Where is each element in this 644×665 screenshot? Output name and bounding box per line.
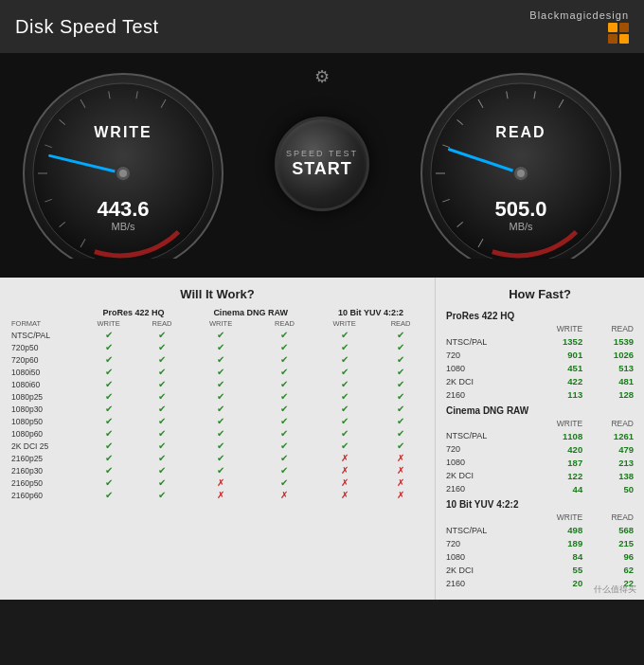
- format-label: FORMAT: [8, 318, 80, 329]
- check-mark: ✔: [105, 428, 113, 439]
- wiw-row-label: 2K DCI 25: [8, 440, 80, 452]
- check-mark: ✔: [397, 391, 404, 402]
- check-mark: ✔: [280, 367, 288, 377]
- wiw-cell: ✗: [314, 476, 374, 489]
- check-mark: ✔: [341, 354, 349, 365]
- wiw-row-label: 2160p25: [8, 452, 80, 464]
- check-mark: ✔: [158, 428, 166, 439]
- check-mark: ✔: [217, 342, 224, 352]
- check-mark: ✔: [158, 354, 166, 365]
- check-mark: ✔: [341, 379, 349, 389]
- check-mark: ✔: [158, 379, 166, 389]
- wiw-row: 2K DCI 25✔✔✔✔✔✔: [8, 440, 427, 452]
- check-mark: ✔: [217, 354, 224, 365]
- wiw-cell: ✔: [80, 341, 137, 353]
- cross-mark: ✗: [341, 453, 349, 463]
- wiw-cell: ✔: [255, 464, 314, 476]
- wiw-cell: ✔: [374, 403, 427, 415]
- hf-read-val: 215: [585, 537, 636, 550]
- will-it-work-title: Will It Work?: [8, 287, 427, 301]
- check-mark: ✔: [217, 391, 224, 402]
- wiw-cell: ✔: [314, 427, 374, 440]
- check-mark: ✔: [217, 428, 224, 439]
- wiw-cell: ✔: [255, 366, 314, 378]
- wiw-cell: ✔: [80, 464, 137, 476]
- check-mark: ✔: [341, 391, 349, 402]
- wiw-cell: ✔: [255, 427, 314, 440]
- hf-group-label: ProRes 422 HQ: [443, 307, 636, 323]
- check-mark: ✔: [105, 330, 113, 340]
- wiw-cell: ✔: [314, 341, 374, 353]
- check-mark: ✔: [158, 465, 166, 476]
- hf-read-val: 1026: [585, 349, 636, 362]
- wiw-cell: ✔: [255, 378, 314, 390]
- wiw-cell: ✔: [374, 353, 427, 366]
- check-mark: ✔: [341, 404, 349, 414]
- check-mark: ✔: [341, 440, 349, 451]
- start-button[interactable]: SPEED TEST START: [275, 117, 369, 211]
- brand-sq-3: [608, 34, 617, 44]
- check-mark: ✔: [105, 416, 113, 426]
- hf-body: ProRes 422 HQWRITEREADNTSC/PAL1352153972…: [443, 307, 636, 590]
- hf-read-val: 1539: [585, 335, 636, 349]
- wiw-cell: ✔: [314, 440, 374, 452]
- hf-col-header: [443, 417, 528, 429]
- check-mark: ✔: [397, 342, 404, 352]
- brand-name: Blackmagicdesign: [529, 9, 629, 21]
- hf-res-label: 720: [443, 442, 528, 456]
- check-mark: ✔: [105, 477, 113, 488]
- check-mark: ✔: [105, 440, 113, 451]
- wiw-cell: ✔: [136, 329, 187, 341]
- check-mark: ✔: [341, 330, 349, 340]
- check-mark: ✔: [105, 342, 113, 352]
- wiw-cell: ✔: [80, 440, 137, 452]
- check-mark: ✔: [158, 477, 166, 488]
- hf-res-label: NTSC/PAL: [443, 429, 528, 442]
- settings-icon[interactable]: ⚙: [309, 63, 335, 90]
- hf-read-val: 128: [585, 388, 636, 402]
- hf-write-val: 498: [528, 524, 586, 537]
- check-mark: ✔: [397, 367, 404, 377]
- title-bar: Disk Speed Test Blackmagicdesign: [0, 0, 644, 54]
- hf-write-val: 113: [528, 388, 586, 402]
- hf-group-label: Cinema DNG RAW: [443, 402, 636, 418]
- wiw-row: 2160p25✔✔✔✔✗✗: [8, 452, 427, 464]
- wiw-cell: ✗: [255, 489, 314, 501]
- hf-col-header: [443, 512, 528, 524]
- wiw-cell: ✔: [374, 329, 427, 341]
- hf-write-val: 20: [528, 577, 586, 590]
- check-mark: ✔: [105, 391, 113, 402]
- check-mark: ✔: [280, 404, 288, 414]
- wiw-cell: ✔: [187, 341, 255, 353]
- hf-group-row: 10 Bit YUV 4:2:2: [443, 495, 636, 512]
- results-area: Will It Work? ProRes 422 HQ Cinema DNG R…: [0, 278, 644, 600]
- wiw-cell: ✔: [187, 415, 255, 427]
- wiw-cell: ✔: [255, 415, 314, 427]
- wiw-cell: ✗: [374, 452, 427, 464]
- how-fast-panel: How Fast? ProRes 422 HQWRITEREADNTSC/PAL…: [436, 278, 644, 600]
- check-mark: ✔: [217, 404, 224, 414]
- hf-res-label: 2K DCI: [443, 469, 528, 482]
- hf-res-label: 1080: [443, 550, 528, 564]
- check-mark: ✔: [158, 453, 166, 463]
- hf-data-row: NTSC/PAL13521539: [443, 335, 636, 349]
- hf-col-header-row: WRITEREAD: [443, 323, 636, 335]
- check-mark: ✔: [217, 416, 224, 426]
- check-mark: ✔: [341, 428, 349, 439]
- wiw-cell: ✔: [314, 415, 374, 427]
- check-mark: ✔: [158, 330, 166, 340]
- hf-col-header-row: WRITEREAD: [443, 417, 636, 429]
- wiw-cell: ✔: [136, 489, 187, 501]
- read-gauge: READ 505.0 MB/s: [417, 69, 625, 259]
- hf-group-label: 10 Bit YUV 4:2:2: [443, 495, 636, 512]
- check-mark: ✔: [105, 367, 113, 377]
- wiw-cell: ✔: [187, 390, 255, 403]
- check-mark: ✔: [397, 416, 404, 426]
- hf-res-label: 720: [443, 537, 528, 550]
- wiw-row-label: 1080p25: [8, 390, 80, 403]
- wiw-cell: ✔: [187, 452, 255, 464]
- hf-data-row: 720189215: [443, 537, 636, 550]
- brand-logo: Blackmagicdesign: [529, 9, 629, 44]
- brand-sq-1: [608, 23, 617, 32]
- wiw-cell: ✔: [136, 476, 187, 489]
